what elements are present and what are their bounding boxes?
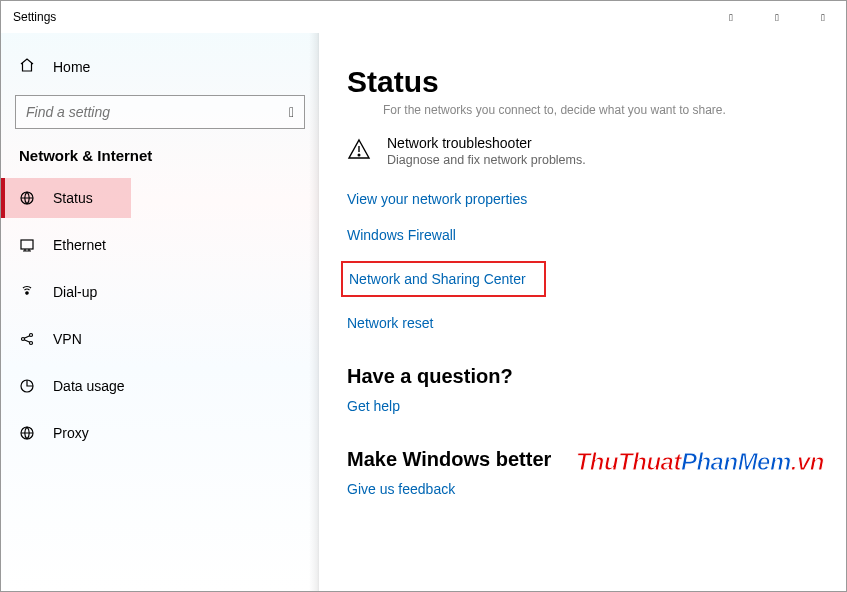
link-sharing-center[interactable]: Network and Sharing Center: [341, 261, 546, 297]
content: Status For the networks you connect to, …: [319, 33, 846, 591]
troubleshooter-row: Network troubleshooter Diagnose and fix …: [347, 135, 816, 167]
link-firewall[interactable]: Windows Firewall: [347, 225, 456, 245]
sidebar-item-status[interactable]: Status: [1, 178, 131, 218]
troubleshooter-title: Network troubleshooter: [387, 135, 586, 151]
ethernet-icon: [19, 237, 35, 253]
link-network-reset[interactable]: Network reset: [347, 313, 433, 333]
body: Home  Network & Internet Status: [1, 33, 846, 591]
home-nav[interactable]: Home: [1, 47, 319, 87]
troubleshooter-text[interactable]: Network troubleshooter Diagnose and fix …: [387, 135, 586, 167]
sidebar-item-label: Ethernet: [53, 237, 106, 253]
link-get-help[interactable]: Get help: [347, 396, 400, 416]
svg-point-8: [358, 154, 360, 156]
warning-icon: [347, 137, 371, 167]
vpn-icon: [19, 331, 35, 347]
question-heading: Have a question?: [347, 365, 816, 388]
page-title: Status: [347, 65, 816, 99]
section-title: Network & Internet: [1, 147, 319, 178]
troubleshooter-sub: Diagnose and fix network problems.: [387, 153, 586, 167]
svg-rect-1: [21, 240, 33, 249]
sidebar-item-label: Proxy: [53, 425, 89, 441]
sidebar-item-label: VPN: [53, 331, 82, 347]
home-icon: [19, 57, 35, 77]
sidebar-item-vpn[interactable]: VPN: [1, 319, 319, 359]
svg-point-2: [26, 292, 28, 294]
home-label: Home: [53, 59, 90, 75]
link-feedback[interactable]: Give us feedback: [347, 479, 455, 499]
page-subtext: For the networks you connect to, decide …: [383, 103, 816, 117]
dialup-icon: [19, 284, 35, 300]
sidebar-item-proxy[interactable]: Proxy: [1, 413, 319, 453]
minimize-button[interactable]: : [708, 1, 754, 33]
maximize-button[interactable]: : [754, 1, 800, 33]
search-input[interactable]: [26, 104, 289, 120]
data-usage-icon: [19, 378, 35, 394]
link-view-properties[interactable]: View your network properties: [347, 189, 527, 209]
sidebar-item-label: Dial-up: [53, 284, 97, 300]
sidebar-item-label: Data usage: [53, 378, 125, 394]
sidebar-item-dialup[interactable]: Dial-up: [1, 272, 319, 312]
settings-window: Settings    Home  Network & Internet: [0, 0, 847, 592]
sidebar-item-data-usage[interactable]: Data usage: [1, 366, 319, 406]
close-button[interactable]: : [800, 1, 846, 33]
window-controls:   : [708, 1, 846, 33]
sidebar-item-label: Status: [53, 190, 93, 206]
status-icon: [19, 190, 35, 206]
titlebar: Settings   : [1, 1, 846, 33]
proxy-icon: [19, 425, 35, 441]
search-icon: : [289, 104, 294, 120]
search-box[interactable]: : [15, 95, 305, 129]
better-heading: Make Windows better: [347, 448, 816, 471]
window-title: Settings: [1, 10, 56, 24]
sidebar-item-ethernet[interactable]: Ethernet: [1, 225, 319, 265]
sidebar: Home  Network & Internet Status: [1, 33, 319, 591]
